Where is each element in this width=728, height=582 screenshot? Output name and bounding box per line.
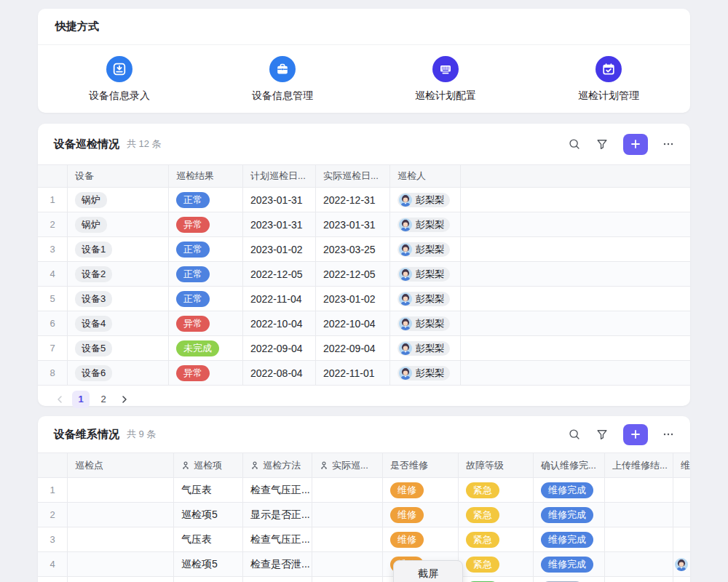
- column-header-result: 巡检结果: [169, 165, 243, 187]
- table-row[interactable]: 5 巡检项5 显示是否正... 维修 重要 维修中: [38, 577, 690, 582]
- column-header-planned-date: 计划巡检日...: [243, 165, 316, 187]
- point-cell: [68, 527, 174, 551]
- person-tag: 彭梨梨: [397, 316, 450, 331]
- status-badge: 维修: [390, 482, 424, 498]
- table-row[interactable]: 8 设备6 异常 2022-08-04 2022-11-01 彭梨梨: [38, 361, 690, 386]
- actual-cell: [312, 503, 383, 527]
- add-record-button[interactable]: [623, 134, 648, 155]
- inspection-count: 共 12 条: [127, 137, 162, 151]
- actual-cell: [312, 478, 383, 502]
- prev-page-button[interactable]: [52, 392, 67, 407]
- filter-button[interactable]: [596, 137, 609, 151]
- column-header-inspector: 巡检人: [390, 165, 461, 187]
- avatar: [399, 194, 412, 207]
- table-row[interactable]: 3 气压表 检查气压正... 维修 紧急 维修完成: [38, 527, 690, 552]
- point-cell: [68, 503, 174, 527]
- item-cell: 巡检项5: [174, 503, 243, 527]
- lookup-icon: [320, 461, 328, 470]
- filter-button[interactable]: [596, 428, 609, 441]
- inspection-table-header: 设备 巡检结果 计划巡检日... 实际巡检日... 巡检人: [38, 164, 690, 188]
- tooltip: 截屏: [393, 560, 463, 582]
- avatar: [399, 317, 412, 330]
- shortcut-plan-manage[interactable]: 巡检计划管理: [527, 56, 690, 103]
- table-row[interactable]: 1 气压表 检查气压正... 维修 紧急 维修完成: [38, 478, 690, 503]
- actual-cell: [312, 577, 383, 582]
- avatar: [399, 292, 412, 306]
- status-badge: 正常: [176, 291, 210, 307]
- maintenance-title: 设备维系情况: [54, 428, 119, 442]
- method-cell: 检查气压正...: [243, 527, 312, 551]
- avatar: [399, 218, 412, 231]
- avatar: [399, 342, 412, 355]
- column-header-level: 故障等级: [459, 453, 534, 477]
- more-button[interactable]: [662, 138, 674, 150]
- person-tag: 彭梨梨: [397, 218, 450, 232]
- status-badge: 紧急: [466, 482, 499, 498]
- item-cell: 巡检项5: [174, 577, 243, 582]
- shortcut-label: 设备信息录入: [89, 89, 150, 103]
- point-cell: [68, 478, 174, 502]
- person-tag: 彭梨梨: [397, 341, 450, 356]
- search-button[interactable]: [568, 137, 581, 151]
- actual-date: 2022-09-04: [316, 336, 390, 360]
- table-row[interactable]: 2 锅炉 异常 2023-01-31 2023-01-31 彭梨梨: [38, 212, 690, 237]
- maintenance-table-body: 1 气压表 检查气压正... 维修 紧急 维修完成 2 巡检项5 显示是否正..…: [38, 478, 690, 582]
- search-button[interactable]: [568, 428, 581, 441]
- next-page-button[interactable]: [117, 392, 132, 407]
- person-tag: 彭梨梨: [397, 292, 450, 306]
- status-badge: 未完成: [176, 340, 219, 356]
- table-row[interactable]: 5 设备3 正常 2022-11-04 2023-01-02 彭梨梨: [38, 287, 690, 311]
- upload-cell: [605, 478, 673, 502]
- person-tag: 彭梨梨: [397, 242, 450, 257]
- status-badge: 异常: [176, 365, 210, 381]
- planned-date: 2023-01-31: [243, 212, 316, 236]
- point-cell: [68, 577, 174, 582]
- status-badge: 维修完成: [541, 532, 593, 548]
- avatar: [399, 367, 412, 380]
- status-badge: 维修完成: [541, 482, 593, 498]
- person-name: 彭梨梨: [416, 367, 444, 380]
- device-tag: 设备4: [75, 316, 112, 332]
- status-badge: 维修完成: [541, 557, 593, 573]
- column-header-point: 巡检点: [68, 453, 174, 477]
- planned-date: 2022-08-04: [243, 361, 316, 385]
- table-row[interactable]: 4 设备2 正常 2022-12-05 2022-12-05 彭梨梨: [38, 262, 690, 287]
- shortcut-label: 巡检计划配置: [415, 89, 476, 103]
- table-row[interactable]: 7 设备5 未完成 2022-09-04 2022-09-04 彭梨梨: [38, 336, 690, 361]
- shortcut-plan-config[interactable]: 巡检计划配置: [364, 56, 527, 103]
- person-name: 彭梨梨: [416, 292, 444, 306]
- status-badge: 维修: [390, 507, 424, 523]
- more-button[interactable]: [662, 428, 674, 440]
- shortcut-label: 巡检计划管理: [578, 89, 639, 103]
- device-tag: 设备2: [75, 266, 112, 282]
- column-header-upload: 上传维修结...: [605, 453, 673, 477]
- person-tag: 彭梨梨: [397, 267, 450, 282]
- inspection-card: 设备巡检情况 共 12 条 设备 巡检结果 计划巡检日... 实际巡检日... …: [38, 124, 690, 406]
- table-row[interactable]: 4 巡检项5 检查是否泄... 维修 紧急 维修完成: [38, 552, 690, 577]
- upload-cell: [605, 577, 673, 582]
- table-row[interactable]: 2 巡检项5 显示是否正... 维修 紧急 维修完成: [38, 503, 690, 527]
- device-tag: 锅炉: [75, 217, 107, 233]
- shortcuts-card: 快捷方式 设备信息录入 设备信息管理: [38, 9, 690, 113]
- avatar: [399, 268, 412, 281]
- shortcut-device-entry[interactable]: 设备信息录入: [38, 56, 201, 103]
- column-header-clipped: 维: [673, 453, 690, 477]
- lookup-icon: [250, 461, 259, 470]
- keyboard-icon: [432, 56, 459, 82]
- avatar: [675, 558, 688, 571]
- table-row[interactable]: 6 设备4 异常 2022-10-04 2022-10-04 彭梨梨: [38, 311, 690, 336]
- actual-date: 2023-03-25: [316, 237, 390, 261]
- planned-date: 2022-10-04: [243, 311, 316, 335]
- inspection-table-body: 1 锅炉 正常 2023-01-31 2022-12-31 彭梨梨 2 锅炉 异…: [38, 188, 690, 386]
- add-record-button[interactable]: [623, 424, 648, 445]
- table-row[interactable]: 1 锅炉 正常 2023-01-31 2022-12-31 彭梨梨: [38, 188, 690, 212]
- person-name: 彭梨梨: [416, 268, 444, 281]
- page-2-button[interactable]: 2: [95, 391, 112, 408]
- shortcut-device-manage[interactable]: 设备信息管理: [201, 56, 364, 103]
- page-1-button[interactable]: 1: [72, 391, 90, 408]
- pagination: 1 2: [38, 386, 690, 412]
- status-badge: 维修: [390, 532, 424, 548]
- status-badge: 正常: [176, 242, 210, 258]
- tooltip-text: 截屏: [418, 567, 438, 582]
- table-row[interactable]: 3 设备1 正常 2023-01-02 2023-03-25 彭梨梨: [38, 237, 690, 262]
